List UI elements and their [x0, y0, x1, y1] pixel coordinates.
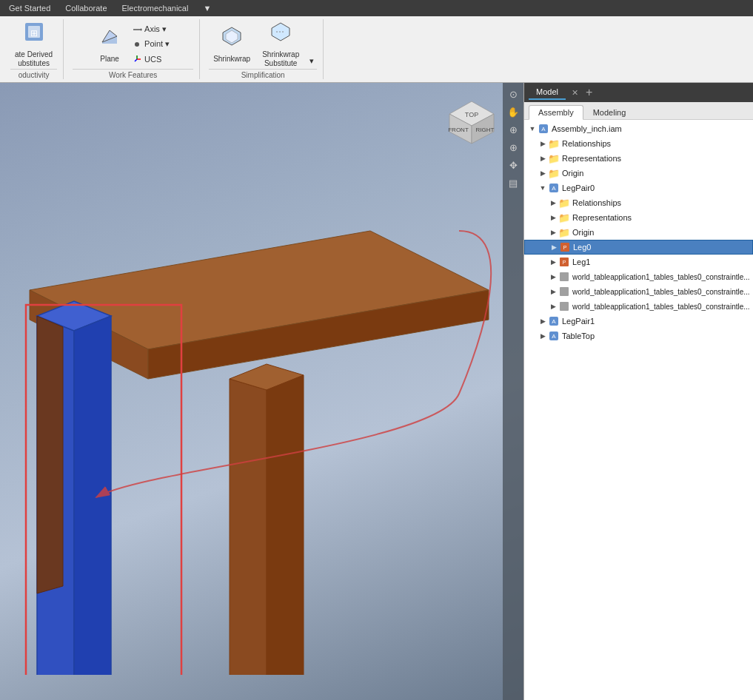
- tree-item-relationships-root[interactable]: ▶ 📁 Relationships: [524, 136, 753, 151]
- svg-text:A: A: [552, 185, 556, 192]
- representations-root-label: Representations: [562, 154, 753, 163]
- origin-root-label: Origin: [562, 169, 753, 178]
- svg-marker-30: [37, 316, 63, 593]
- root-label: Assembly_inch.iam: [552, 124, 753, 133]
- model-tree[interactable]: ▼ A Assembly_inch.iam ▶ 📁 Relationships …: [524, 120, 753, 700]
- tree-item-legpair0-representations[interactable]: ▶ 📁 Representations: [524, 210, 753, 225]
- menu-collaborate[interactable]: Collaborate: [62, 2, 110, 14]
- shrinkwrap-label: Shrinkwrap: [213, 55, 250, 64]
- ribbon-group-productivity: ⊞ ate Derivedubstitutes oductivity: [4, 19, 64, 79]
- constraint0-label: world_tableapplication1_tables_tables0_c…: [572, 273, 753, 281]
- panel-subtab-assembly[interactable]: Assembly: [529, 105, 583, 120]
- tabletop-assembly-icon: A: [548, 330, 560, 342]
- legpair1-label: LegPair1: [562, 317, 753, 326]
- constraint1-expander[interactable]: ▶: [548, 286, 558, 297]
- panel-add-btn[interactable]: +: [586, 86, 592, 99]
- tree-item-constraint0[interactable]: ▶ world_tableapplication1_tables_tables0…: [524, 269, 753, 284]
- viewport[interactable]: TOP FRONT RIGHT: [0, 83, 523, 700]
- vt-move-btn[interactable]: ✥: [505, 157, 521, 173]
- vt-grid-btn[interactable]: ▤: [505, 175, 521, 191]
- leg0-label: Leg0: [573, 243, 752, 252]
- constraint0-icon: [558, 271, 570, 283]
- root-expander[interactable]: ▼: [527, 124, 538, 134]
- tree-item-legpair0-relationships[interactable]: ▶ 📁 Relationships: [524, 195, 753, 210]
- ribbon-btn-ucs[interactable]: UCS: [129, 53, 173, 66]
- ribbon-work-features-items: Plane Axis ▾ Point ▾ UCS: [93, 19, 173, 69]
- leg1-part-icon: P: [558, 256, 570, 268]
- tree-item-origin-root[interactable]: ▶ 📁 Origin: [524, 166, 753, 181]
- ribbon-btn-axis[interactable]: Axis ▾: [129, 23, 173, 36]
- svg-text:⊞: ⊞: [30, 28, 38, 38]
- representations-root-folder-icon: 📁: [548, 152, 560, 164]
- svg-marker-9: [141, 28, 142, 31]
- legpair1-assembly-icon: A: [548, 315, 560, 327]
- svg-point-10: [135, 42, 139, 47]
- leg0-part-icon: P: [559, 241, 571, 253]
- vt-orbit-btn[interactable]: ⊙: [505, 86, 521, 102]
- svg-marker-31: [230, 379, 267, 675]
- menu-dropdown[interactable]: ▼: [200, 2, 214, 14]
- simplification-dropdown[interactable]: ▾: [307, 55, 317, 67]
- svg-text:A: A: [552, 318, 556, 325]
- relationships-root-expander[interactable]: ▶: [538, 138, 548, 149]
- representations-root-expander[interactable]: ▶: [538, 153, 548, 164]
- leg0-expander[interactable]: ▶: [549, 242, 559, 252]
- menu-bar: Get Started Collaborate Electromechanica…: [0, 0, 753, 16]
- productivity-label: oductivity: [10, 69, 57, 79]
- legpair0-origin-expander[interactable]: ▶: [548, 227, 558, 238]
- legpair0-expander[interactable]: ▼: [538, 183, 548, 193]
- legpair0-representations-label: Representations: [572, 213, 753, 222]
- tree-item-leg0[interactable]: ▶ P Leg0: [524, 240, 753, 255]
- tree-item-legpair0-origin[interactable]: ▶ 📁 Origin: [524, 225, 753, 240]
- relationships-root-folder-icon: 📁: [548, 138, 560, 149]
- svg-marker-29: [74, 316, 111, 675]
- panel-subtab-modeling[interactable]: Modeling: [583, 105, 636, 119]
- legpair0-relationships-expander[interactable]: ▶: [548, 198, 558, 208]
- menu-electromechanical[interactable]: Electromechanical: [119, 2, 192, 14]
- origin-root-expander[interactable]: ▶: [538, 168, 548, 178]
- panel-header: Model ✕ +: [524, 83, 753, 102]
- legpair0-origin-folder-icon: 📁: [558, 226, 570, 238]
- vt-pan-btn[interactable]: ✋: [505, 104, 521, 120]
- menu-get-started[interactable]: Get Started: [6, 2, 53, 14]
- legpair1-expander[interactable]: ▶: [538, 316, 548, 326]
- ribbon-btn-derived[interactable]: ⊞ ate Derivedubstitutes: [10, 23, 57, 66]
- constraint0-expander[interactable]: ▶: [548, 272, 558, 282]
- tree-item-constraint2[interactable]: ▶ world_tableapplication1_tables_tables0…: [524, 299, 753, 314]
- legpair0-relationships-label: Relationships: [572, 198, 753, 207]
- vt-zoom-btn[interactable]: ⊕: [505, 121, 521, 138]
- work-features-label: Work Features: [73, 69, 193, 79]
- constraint2-expander[interactable]: ▶: [548, 301, 558, 312]
- tree-item-legpair1[interactable]: ▶ A LegPair1: [524, 314, 753, 329]
- panel-tab-model[interactable]: Model: [529, 85, 566, 100]
- leg1-expander[interactable]: ▶: [548, 257, 558, 267]
- ribbon-group-work-features: Plane Axis ▾ Point ▾ UCS Work Features: [67, 19, 200, 79]
- tabletop-expander[interactable]: ▶: [538, 331, 548, 341]
- ribbon-btn-shrinkwrap-substitute[interactable]: ShrinkwrapSubstitute: [258, 23, 304, 66]
- vt-zoom2-btn[interactable]: ⊕: [505, 139, 521, 155]
- legpair0-label: LegPair0: [562, 184, 753, 192]
- shrinkwrap-substitute-icon: [269, 20, 292, 48]
- ribbon-btn-point[interactable]: Point ▾: [129, 38, 173, 51]
- tree-item-constraint1[interactable]: ▶ world_tableapplication1_tables_tables0…: [524, 284, 753, 299]
- ribbon-btn-plane[interactable]: Plane: [93, 23, 126, 66]
- main-area: TOP FRONT RIGHT: [0, 83, 753, 700]
- tree-item-tabletop[interactable]: ▶ A TableTop: [524, 329, 753, 343]
- simplification-label: Simplification: [209, 69, 317, 79]
- tree-item-root[interactable]: ▼ A Assembly_inch.iam: [524, 121, 753, 136]
- legpair0-origin-label: Origin: [572, 228, 753, 237]
- shrinkwrap-substitute-label: ShrinkwrapSubstitute: [262, 50, 299, 68]
- svg-line-13: [135, 59, 137, 61]
- relationships-root-label: Relationships: [562, 139, 753, 148]
- tree-item-leg1[interactable]: ▶ P Leg1: [524, 255, 753, 269]
- ribbon-axis-point-ucs-group: Axis ▾ Point ▾ UCS: [129, 23, 173, 66]
- tree-item-representations-root[interactable]: ▶ 📁 Representations: [524, 151, 753, 166]
- legpair0-representations-expander[interactable]: ▶: [548, 212, 558, 223]
- ribbon-btn-shrinkwrap[interactable]: Shrinkwrap: [209, 23, 255, 66]
- tree-item-legpair0[interactable]: ▼ A LegPair0: [524, 181, 753, 195]
- svg-text:A: A: [552, 333, 556, 340]
- constraint2-icon: [558, 300, 570, 312]
- panel-subtabs: Assembly Modeling: [524, 102, 753, 120]
- derived-label: ate Derivedubstitutes: [15, 50, 53, 68]
- constraint2-label: world_tableapplication1_tables_tables0_c…: [572, 303, 753, 311]
